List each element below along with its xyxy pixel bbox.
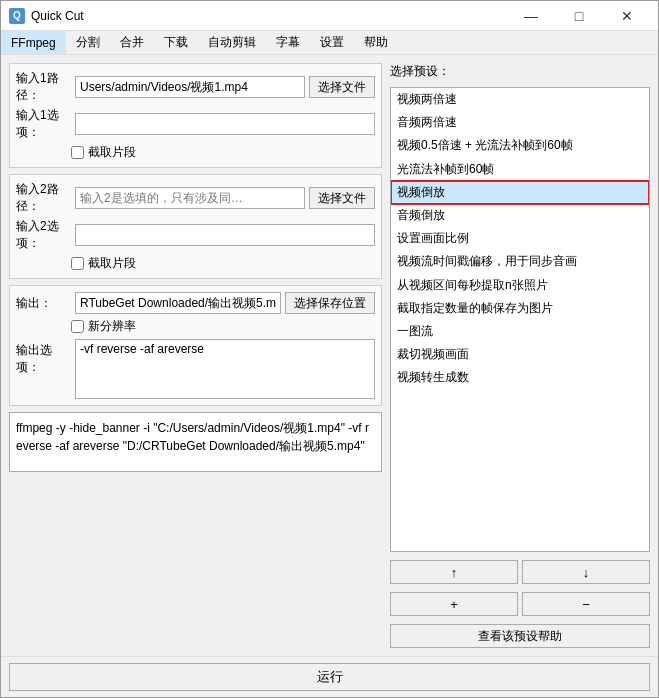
- preset-up-btn[interactable]: ↑: [390, 560, 518, 584]
- preset-label: 选择预设：: [390, 63, 650, 80]
- input2-path-row: 输入2路径： 选择文件: [16, 181, 375, 215]
- input2-options-label: 输入2选项：: [16, 218, 71, 252]
- preset-item[interactable]: 一图流: [391, 320, 649, 343]
- input1-path-row: 输入1路径： 选择文件: [16, 70, 375, 104]
- preset-list[interactable]: 视频两倍速音频两倍速视频0.5倍速 + 光流法补帧到60帧光流法补帧到60帧视频…: [390, 87, 650, 552]
- menu-item-help[interactable]: 帮助: [354, 31, 398, 54]
- output-path-row: 输出： 选择保存位置: [16, 292, 375, 314]
- output-label: 输出：: [16, 295, 71, 312]
- menu-item-download[interactable]: 下载: [154, 31, 198, 54]
- close-button[interactable]: ✕: [604, 1, 650, 31]
- input2-path-field[interactable]: [75, 187, 305, 209]
- menu-bar: FFmpeg 分割 合并 下载 自动剪辑 字幕 设置 帮助: [1, 31, 658, 55]
- output-options-row: 输出选项： -vf reverse -af areverse: [16, 339, 375, 399]
- new-resolution-label: 新分辨率: [88, 318, 136, 335]
- input2-clip-row: 截取片段: [71, 255, 375, 272]
- output-section: 输出： 选择保存位置 新分辨率 输出选项： -vf reverse -af ar…: [9, 285, 382, 406]
- preset-item[interactable]: 裁切视频画面: [391, 343, 649, 366]
- preset-remove-btn[interactable]: −: [522, 592, 650, 616]
- preset-item[interactable]: 从视频区间每秒提取n张照片: [391, 274, 649, 297]
- menu-item-subtitle[interactable]: 字幕: [266, 31, 310, 54]
- input1-clip-row: 截取片段: [71, 144, 375, 161]
- output-path-field[interactable]: [75, 292, 281, 314]
- preset-item[interactable]: 音频倒放: [391, 204, 649, 227]
- menu-item-ffmpeg[interactable]: FFmpeg: [1, 31, 66, 54]
- command-text: ffmpeg -y -hide_banner -i "C:/Users/admi…: [16, 421, 369, 453]
- title-bar-text: Quick Cut: [31, 9, 508, 23]
- preset-down-btn[interactable]: ↓: [522, 560, 650, 584]
- menu-item-split[interactable]: 分割: [66, 31, 110, 54]
- preset-item[interactable]: 视频转生成数: [391, 366, 649, 389]
- command-box: ffmpeg -y -hide_banner -i "C:/Users/admi…: [9, 412, 382, 472]
- preset-item[interactable]: 截取指定数量的帧保存为图片: [391, 297, 649, 320]
- output-options-label: 输出选项：: [16, 339, 71, 376]
- preset-item[interactable]: 视频流时间戳偏移，用于同步音画: [391, 250, 649, 273]
- maximize-button[interactable]: □: [556, 1, 602, 31]
- new-resolution-checkbox[interactable]: [71, 320, 84, 333]
- right-panel: 选择预设： 视频两倍速音频两倍速视频0.5倍速 + 光流法补帧到60帧光流法补帧…: [390, 63, 650, 648]
- input1-clip-label: 截取片段: [88, 144, 136, 161]
- preset-help-btn[interactable]: 查看该预设帮助: [390, 624, 650, 648]
- menu-item-settings[interactable]: 设置: [310, 31, 354, 54]
- input1-path-label: 输入1路径：: [16, 70, 71, 104]
- left-panel: 输入1路径： 选择文件 输入1选项： 截取片段 输入2路径：: [9, 63, 382, 648]
- input1-select-btn[interactable]: 选择文件: [309, 76, 375, 98]
- input2-clip-label: 截取片段: [88, 255, 136, 272]
- input1-options-field[interactable]: [75, 113, 375, 135]
- preset-buttons: ↑ ↓: [390, 560, 650, 584]
- app-icon: Q: [9, 8, 25, 24]
- preset-item[interactable]: 光流法补帧到60帧: [391, 158, 649, 181]
- new-resolution-row: 新分辨率: [71, 318, 375, 335]
- input2-options-row: 输入2选项：: [16, 218, 375, 252]
- title-bar: Q Quick Cut — □ ✕: [1, 1, 658, 31]
- preset-item[interactable]: 视频倒放: [391, 181, 649, 204]
- minimize-button[interactable]: —: [508, 1, 554, 31]
- output-options-field[interactable]: -vf reverse -af areverse: [75, 339, 375, 399]
- run-button[interactable]: 运行: [9, 663, 650, 691]
- input2-select-btn[interactable]: 选择文件: [309, 187, 375, 209]
- input1-path-field[interactable]: [75, 76, 305, 98]
- menu-item-merge[interactable]: 合并: [110, 31, 154, 54]
- run-section: 运行: [1, 656, 658, 697]
- title-bar-controls: — □ ✕: [508, 1, 650, 31]
- input2-group: 输入2路径： 选择文件 输入2选项： 截取片段: [9, 174, 382, 279]
- menu-item-auto-edit[interactable]: 自动剪辑: [198, 31, 266, 54]
- preset-add-btn[interactable]: +: [390, 592, 518, 616]
- input2-path-label: 输入2路径：: [16, 181, 71, 215]
- input2-clip-checkbox[interactable]: [71, 257, 84, 270]
- preset-item[interactable]: 视频0.5倍速 + 光流法补帧到60帧: [391, 134, 649, 157]
- output-save-btn[interactable]: 选择保存位置: [285, 292, 375, 314]
- main-content: 输入1路径： 选择文件 输入1选项： 截取片段 输入2路径：: [1, 55, 658, 656]
- preset-item[interactable]: 音频两倍速: [391, 111, 649, 134]
- input1-clip-checkbox[interactable]: [71, 146, 84, 159]
- input1-options-row: 输入1选项：: [16, 107, 375, 141]
- preset-item[interactable]: 视频两倍速: [391, 88, 649, 111]
- preset-item[interactable]: 设置画面比例: [391, 227, 649, 250]
- input2-options-field[interactable]: [75, 224, 375, 246]
- input1-group: 输入1路径： 选择文件 输入1选项： 截取片段: [9, 63, 382, 168]
- preset-add-remove-buttons: + −: [390, 592, 650, 616]
- input1-options-label: 输入1选项：: [16, 107, 71, 141]
